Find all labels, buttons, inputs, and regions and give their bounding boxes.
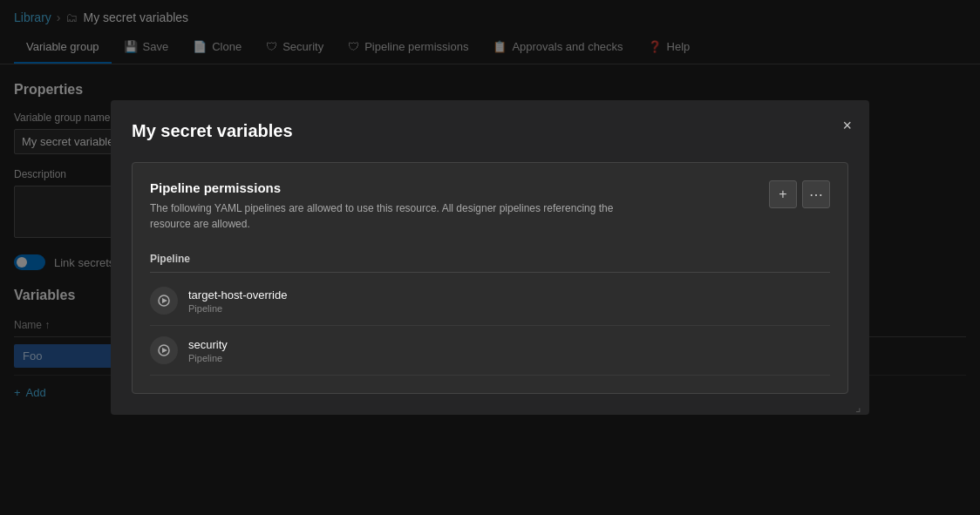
svg-marker-3	[162, 348, 167, 353]
resize-handle[interactable]: ⌟	[855, 401, 866, 411]
permissions-desc: The following YAML pipelines are allowed…	[150, 200, 656, 232]
pipeline-name-1: target-host-override	[188, 288, 287, 302]
pipeline-avatar-2	[150, 336, 178, 364]
pipeline-col-header: Pipeline	[150, 246, 830, 273]
permissions-section: Pipeline permissions The following YAML …	[132, 162, 848, 394]
add-pipeline-button[interactable]: +	[769, 180, 797, 208]
pipeline-type-1: Pipeline	[188, 303, 287, 314]
more-options-button[interactable]: ⋯	[802, 180, 830, 208]
permissions-header-text: Pipeline permissions The following YAML …	[150, 180, 656, 232]
modal-overlay[interactable]: My secret variables × Pipeline permissio…	[0, 0, 980, 515]
pipeline-avatar-1	[150, 287, 178, 315]
pipeline-name-2: security	[188, 338, 228, 351]
list-item: target-host-override Pipeline	[150, 276, 830, 326]
modal-title: My secret variables	[132, 121, 848, 141]
pipeline-type-2: Pipeline	[188, 353, 228, 363]
permissions-header: Pipeline permissions The following YAML …	[150, 180, 830, 232]
list-item: security Pipeline	[150, 326, 830, 376]
permissions-actions: + ⋯	[769, 180, 830, 208]
pipeline-info-1: target-host-override Pipeline	[188, 288, 287, 314]
modal-dialog: My secret variables × Pipeline permissio…	[111, 100, 869, 415]
pipeline-info-2: security Pipeline	[188, 338, 228, 363]
svg-marker-1	[162, 298, 167, 303]
modal-close-button[interactable]: ×	[839, 114, 855, 137]
permissions-title: Pipeline permissions	[150, 180, 656, 195]
